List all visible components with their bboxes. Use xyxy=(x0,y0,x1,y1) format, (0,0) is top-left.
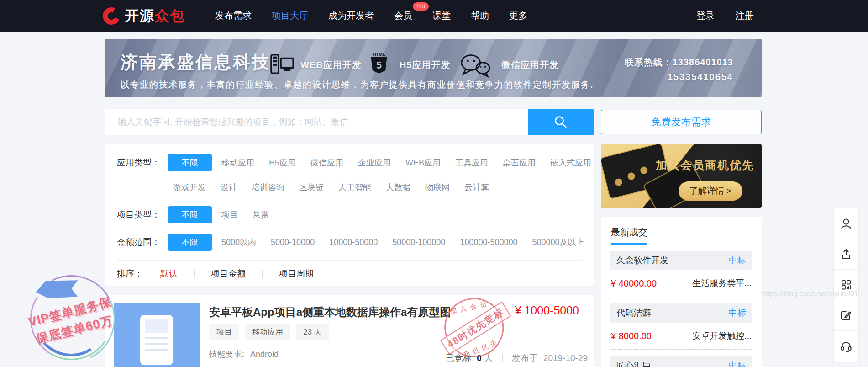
deal-name: 代码洁癖 xyxy=(616,307,651,319)
project-price: ¥ 1000-5000 xyxy=(515,304,579,317)
filter-option-app-unlimited[interactable]: 不限 xyxy=(168,154,212,171)
deal-status-link[interactable]: 中标 xyxy=(729,360,746,367)
filter-option-wechat-app[interactable]: 微信应用 xyxy=(305,154,348,171)
free-publish-request-button[interactable]: 免费发布需求 xyxy=(601,110,762,134)
filter-divider xyxy=(117,260,582,261)
filter-option-ptype-project[interactable]: 项目 xyxy=(216,206,243,223)
sort-option-amount[interactable]: 项目金额 xyxy=(211,268,246,280)
login-link[interactable]: 登录 xyxy=(696,10,715,22)
logo-text-red: 众包 xyxy=(155,6,185,26)
filter-option-game-dev[interactable]: 游戏开发 xyxy=(168,179,211,196)
filter-label-amount-range: 金额范围： xyxy=(117,234,168,251)
deal-row[interactable]: 代码洁癖 中标 xyxy=(610,303,752,323)
filter-option-amount-100000-500000[interactable]: 100000-500000 xyxy=(455,234,522,251)
project-title[interactable]: 安卓平板App项目a侧重本地数据库操作a有原型图 xyxy=(209,305,451,319)
member-promo-banner[interactable]: 加入会员商机优先 了解详情 > xyxy=(601,144,762,208)
bids-label: 已竞标: xyxy=(446,352,474,364)
deal-price: ¥ 40000.00 xyxy=(611,278,657,289)
filter-option-amount-10000-50000[interactable]: 10000-50000 xyxy=(324,234,383,251)
filter-option-cloud[interactable]: 云计算 xyxy=(459,179,494,196)
project-tag-type: 项目 xyxy=(209,324,239,340)
site-logo[interactable]: 开源 众包 xyxy=(103,6,185,26)
latest-deals-header: 最新成交 xyxy=(611,226,647,245)
vip-promo-badge[interactable]: VIP签单服务保 保底签单60万 xyxy=(22,272,122,367)
deal-detail-row: ¥ 8000.00 安卓开发触控... xyxy=(611,330,752,342)
hotline-number-2: 15335410654 xyxy=(668,72,733,82)
filter-option-amount-5000-10000[interactable]: 5000-10000 xyxy=(266,234,320,251)
member-banner-cta-button[interactable]: 了解详情 > xyxy=(679,181,742,201)
monitor-icon xyxy=(270,53,294,74)
floating-side-toolbar xyxy=(833,208,859,362)
logo-c-icon xyxy=(100,5,123,27)
deal-row[interactable]: 匠心汇巨 中标 xyxy=(610,356,752,367)
nav-item-become-developer[interactable]: 成为开发者 xyxy=(328,10,374,22)
sort-option-period[interactable]: 项目周期 xyxy=(279,268,314,280)
service-label-web: WEB应用开发 xyxy=(300,59,362,71)
service-label-wechat: 微信应用开发 xyxy=(501,59,559,71)
nav-item-publish[interactable]: 发布需求 xyxy=(215,10,252,22)
user-icon[interactable] xyxy=(834,208,858,239)
upload-icon[interactable] xyxy=(834,239,858,270)
nav-item-classroom[interactable]: 课堂 xyxy=(432,10,451,22)
sort-option-default[interactable]: 默认 xyxy=(160,268,178,280)
filter-option-web-app[interactable]: WEB应用 xyxy=(400,154,446,171)
nav-item-help[interactable]: 帮助 xyxy=(471,10,489,22)
promo-banner[interactable]: 济南承盛信息科技 以专业的技术服务，丰富的行业经验、卓越的设计思维，为客户提供具… xyxy=(105,39,762,97)
filter-option-amount-under5000[interactable]: 5000以内 xyxy=(216,234,261,251)
filter-option-blockchain[interactable]: 区块链 xyxy=(294,179,329,196)
filter-option-iot[interactable]: 物联网 xyxy=(420,179,455,196)
nav-item-more[interactable]: 更多 xyxy=(509,10,527,22)
filter-label-app-type: 应用类型： xyxy=(117,154,168,196)
watermark: https://blog.csdn.net/xiyue001 xyxy=(762,290,858,298)
headset-icon[interactable] xyxy=(834,331,858,362)
project-thumbnail[interactable] xyxy=(114,303,200,367)
skill-label: 技能要求: xyxy=(209,350,244,359)
filter-panel: 应用类型： 不限 移动应用 H5应用 微信应用 企业应用 WEB应用 工具应用 … xyxy=(105,144,594,286)
filter-option-enterprise-app[interactable]: 企业应用 xyxy=(353,154,396,171)
filter-option-amount-unlimited[interactable]: 不限 xyxy=(168,234,212,251)
filter-option-tool-app[interactable]: 工具应用 xyxy=(450,154,493,171)
register-link[interactable]: 注册 xyxy=(736,10,754,22)
html5-icon: HTML 5 xyxy=(369,52,389,74)
project-meta: 已竞标: 0 人 发布于 2019-10-29 xyxy=(446,352,588,364)
deal-price: ¥ 8000.00 xyxy=(611,331,652,341)
skill-requirement: 技能要求: Android xyxy=(209,349,279,360)
project-tag-category: 移动应用 xyxy=(245,324,290,340)
search-icon xyxy=(553,115,568,129)
deal-row[interactable]: 久念软件开发 中标 xyxy=(610,251,752,270)
filter-option-mobile-app[interactable]: 移动应用 xyxy=(216,154,259,171)
published-date: 2019-10-29 xyxy=(543,353,588,363)
hot-badge: Hot xyxy=(413,2,429,11)
svg-text:5: 5 xyxy=(376,59,382,71)
filter-option-design[interactable]: 设计 xyxy=(216,179,242,196)
deal-status-link[interactable]: 中标 xyxy=(729,255,746,266)
filter-option-h5-app[interactable]: H5应用 xyxy=(264,154,301,171)
filter-option-desktop-app[interactable]: 桌面应用 xyxy=(498,154,541,171)
project-list-item: 安卓平板App项目a侧重本地数据库操作a有原型图 项目 移动应用 23 天 技能… xyxy=(105,295,594,367)
filter-option-training[interactable]: 培训咨询 xyxy=(247,179,289,196)
project-tags: 项目 移动应用 23 天 xyxy=(209,324,329,340)
search-input[interactable] xyxy=(105,109,528,135)
filter-option-embedded-app[interactable]: 嵌入式应用 xyxy=(545,154,596,171)
nav-item-member-label: 会员 xyxy=(394,11,412,21)
filter-option-ptype-reward[interactable]: 悬赏 xyxy=(247,206,274,223)
svg-text:HTML: HTML xyxy=(373,52,385,57)
hotline-number: 联系热线：13386401013 xyxy=(625,56,733,69)
filter-label-project-type: 项目类型： xyxy=(117,206,168,223)
deal-status-link[interactable]: 中标 xyxy=(729,307,746,319)
skill-value: Android xyxy=(250,350,279,359)
filter-option-amount-50000-100000[interactable]: 50000-100000 xyxy=(387,234,450,251)
filter-option-bigdata[interactable]: 大数据 xyxy=(381,179,416,196)
auth-links: 登录 注册 xyxy=(696,10,754,22)
logo-text-white: 开源 xyxy=(125,6,155,26)
nav-item-member[interactable]: 会员 Hot xyxy=(394,10,412,22)
latest-deals-panel: 最新成交 久念软件开发 中标 ¥ 40000.00 生活服务类平... 代码洁癖… xyxy=(601,217,762,367)
filter-option-amount-500000plus[interactable]: 500000及以上 xyxy=(527,234,589,251)
filter-option-ptype-unlimited[interactable]: 不限 xyxy=(168,206,212,223)
nav-item-project-hall[interactable]: 项目大厅 xyxy=(272,10,308,22)
search-button[interactable] xyxy=(528,109,594,135)
edit-icon[interactable] xyxy=(834,300,858,331)
filter-option-ai[interactable]: 人工智能 xyxy=(333,179,376,196)
deal-description: 生活服务类平... xyxy=(692,277,752,289)
project-tag-duration: 23 天 xyxy=(296,324,329,340)
